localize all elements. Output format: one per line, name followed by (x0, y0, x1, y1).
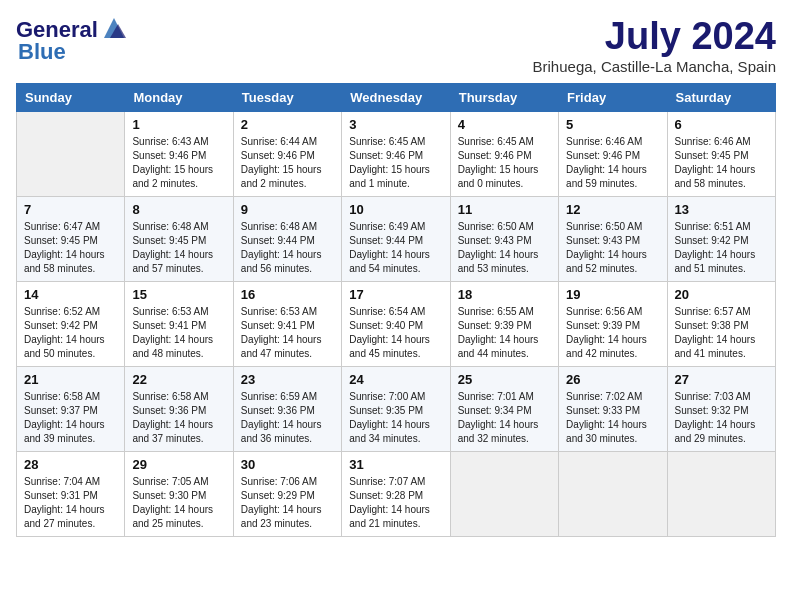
calendar-cell: 8Sunrise: 6:48 AM Sunset: 9:45 PM Daylig… (125, 196, 233, 281)
logo-blue-text: Blue (18, 40, 66, 64)
day-number: 1 (132, 117, 225, 132)
day-info: Sunrise: 7:05 AM Sunset: 9:30 PM Dayligh… (132, 475, 225, 531)
day-info: Sunrise: 7:00 AM Sunset: 9:35 PM Dayligh… (349, 390, 442, 446)
day-info: Sunrise: 6:57 AM Sunset: 9:38 PM Dayligh… (675, 305, 768, 361)
day-info: Sunrise: 6:43 AM Sunset: 9:46 PM Dayligh… (132, 135, 225, 191)
day-number: 13 (675, 202, 768, 217)
day-number: 31 (349, 457, 442, 472)
day-number: 14 (24, 287, 117, 302)
day-number: 26 (566, 372, 659, 387)
day-number: 29 (132, 457, 225, 472)
day-info: Sunrise: 6:45 AM Sunset: 9:46 PM Dayligh… (458, 135, 551, 191)
day-number: 23 (241, 372, 334, 387)
day-number: 19 (566, 287, 659, 302)
col-header-saturday: Saturday (667, 83, 775, 111)
day-info: Sunrise: 6:53 AM Sunset: 9:41 PM Dayligh… (132, 305, 225, 361)
day-info: Sunrise: 7:06 AM Sunset: 9:29 PM Dayligh… (241, 475, 334, 531)
day-number: 11 (458, 202, 551, 217)
day-info: Sunrise: 6:53 AM Sunset: 9:41 PM Dayligh… (241, 305, 334, 361)
day-number: 6 (675, 117, 768, 132)
calendar-cell: 3Sunrise: 6:45 AM Sunset: 9:46 PM Daylig… (342, 111, 450, 196)
title-block: July 2024 Brihuega, Castille-La Mancha, … (533, 16, 776, 75)
day-number: 3 (349, 117, 442, 132)
col-header-monday: Monday (125, 83, 233, 111)
col-header-sunday: Sunday (17, 83, 125, 111)
calendar-cell: 26Sunrise: 7:02 AM Sunset: 9:33 PM Dayli… (559, 366, 667, 451)
calendar-cell: 21Sunrise: 6:58 AM Sunset: 9:37 PM Dayli… (17, 366, 125, 451)
day-number: 7 (24, 202, 117, 217)
month-title: July 2024 (533, 16, 776, 58)
day-info: Sunrise: 7:04 AM Sunset: 9:31 PM Dayligh… (24, 475, 117, 531)
day-info: Sunrise: 6:50 AM Sunset: 9:43 PM Dayligh… (566, 220, 659, 276)
calendar-week-row: 7Sunrise: 6:47 AM Sunset: 9:45 PM Daylig… (17, 196, 776, 281)
calendar-cell: 29Sunrise: 7:05 AM Sunset: 9:30 PM Dayli… (125, 451, 233, 536)
day-number: 22 (132, 372, 225, 387)
day-number: 4 (458, 117, 551, 132)
col-header-thursday: Thursday (450, 83, 558, 111)
calendar-week-row: 14Sunrise: 6:52 AM Sunset: 9:42 PM Dayli… (17, 281, 776, 366)
day-info: Sunrise: 6:49 AM Sunset: 9:44 PM Dayligh… (349, 220, 442, 276)
day-number: 20 (675, 287, 768, 302)
day-number: 12 (566, 202, 659, 217)
calendar-week-row: 21Sunrise: 6:58 AM Sunset: 9:37 PM Dayli… (17, 366, 776, 451)
calendar-cell: 13Sunrise: 6:51 AM Sunset: 9:42 PM Dayli… (667, 196, 775, 281)
calendar-cell: 10Sunrise: 6:49 AM Sunset: 9:44 PM Dayli… (342, 196, 450, 281)
calendar-cell: 4Sunrise: 6:45 AM Sunset: 9:46 PM Daylig… (450, 111, 558, 196)
day-number: 17 (349, 287, 442, 302)
day-number: 30 (241, 457, 334, 472)
calendar-cell: 12Sunrise: 6:50 AM Sunset: 9:43 PM Dayli… (559, 196, 667, 281)
day-number: 25 (458, 372, 551, 387)
calendar-cell: 22Sunrise: 6:58 AM Sunset: 9:36 PM Dayli… (125, 366, 233, 451)
calendar-cell: 9Sunrise: 6:48 AM Sunset: 9:44 PM Daylig… (233, 196, 341, 281)
day-number: 5 (566, 117, 659, 132)
day-number: 28 (24, 457, 117, 472)
calendar-cell: 2Sunrise: 6:44 AM Sunset: 9:46 PM Daylig… (233, 111, 341, 196)
calendar-cell: 11Sunrise: 6:50 AM Sunset: 9:43 PM Dayli… (450, 196, 558, 281)
calendar-cell: 28Sunrise: 7:04 AM Sunset: 9:31 PM Dayli… (17, 451, 125, 536)
col-header-friday: Friday (559, 83, 667, 111)
logo-icon (100, 14, 128, 42)
day-number: 27 (675, 372, 768, 387)
calendar-cell: 24Sunrise: 7:00 AM Sunset: 9:35 PM Dayli… (342, 366, 450, 451)
calendar-cell (559, 451, 667, 536)
calendar-cell: 20Sunrise: 6:57 AM Sunset: 9:38 PM Dayli… (667, 281, 775, 366)
calendar-week-row: 1Sunrise: 6:43 AM Sunset: 9:46 PM Daylig… (17, 111, 776, 196)
day-info: Sunrise: 6:58 AM Sunset: 9:36 PM Dayligh… (132, 390, 225, 446)
day-info: Sunrise: 6:56 AM Sunset: 9:39 PM Dayligh… (566, 305, 659, 361)
day-info: Sunrise: 6:45 AM Sunset: 9:46 PM Dayligh… (349, 135, 442, 191)
calendar-cell: 30Sunrise: 7:06 AM Sunset: 9:29 PM Dayli… (233, 451, 341, 536)
calendar-cell: 18Sunrise: 6:55 AM Sunset: 9:39 PM Dayli… (450, 281, 558, 366)
calendar-cell: 7Sunrise: 6:47 AM Sunset: 9:45 PM Daylig… (17, 196, 125, 281)
day-number: 8 (132, 202, 225, 217)
day-info: Sunrise: 7:07 AM Sunset: 9:28 PM Dayligh… (349, 475, 442, 531)
day-info: Sunrise: 6:50 AM Sunset: 9:43 PM Dayligh… (458, 220, 551, 276)
calendar-cell (17, 111, 125, 196)
calendar-cell: 14Sunrise: 6:52 AM Sunset: 9:42 PM Dayli… (17, 281, 125, 366)
calendar-cell (667, 451, 775, 536)
calendar-cell: 1Sunrise: 6:43 AM Sunset: 9:46 PM Daylig… (125, 111, 233, 196)
calendar-cell: 19Sunrise: 6:56 AM Sunset: 9:39 PM Dayli… (559, 281, 667, 366)
col-header-wednesday: Wednesday (342, 83, 450, 111)
calendar-cell: 23Sunrise: 6:59 AM Sunset: 9:36 PM Dayli… (233, 366, 341, 451)
calendar-cell: 15Sunrise: 6:53 AM Sunset: 9:41 PM Dayli… (125, 281, 233, 366)
day-number: 10 (349, 202, 442, 217)
calendar-cell: 6Sunrise: 6:46 AM Sunset: 9:45 PM Daylig… (667, 111, 775, 196)
day-number: 9 (241, 202, 334, 217)
day-info: Sunrise: 6:55 AM Sunset: 9:39 PM Dayligh… (458, 305, 551, 361)
day-info: Sunrise: 6:51 AM Sunset: 9:42 PM Dayligh… (675, 220, 768, 276)
day-info: Sunrise: 6:47 AM Sunset: 9:45 PM Dayligh… (24, 220, 117, 276)
calendar-header-row: SundayMondayTuesdayWednesdayThursdayFrid… (17, 83, 776, 111)
calendar-cell: 5Sunrise: 6:46 AM Sunset: 9:46 PM Daylig… (559, 111, 667, 196)
location: Brihuega, Castille-La Mancha, Spain (533, 58, 776, 75)
day-number: 15 (132, 287, 225, 302)
calendar-week-row: 28Sunrise: 7:04 AM Sunset: 9:31 PM Dayli… (17, 451, 776, 536)
day-number: 16 (241, 287, 334, 302)
day-info: Sunrise: 6:46 AM Sunset: 9:45 PM Dayligh… (675, 135, 768, 191)
day-number: 2 (241, 117, 334, 132)
day-number: 24 (349, 372, 442, 387)
calendar-cell: 16Sunrise: 6:53 AM Sunset: 9:41 PM Dayli… (233, 281, 341, 366)
day-number: 21 (24, 372, 117, 387)
calendar-cell (450, 451, 558, 536)
day-number: 18 (458, 287, 551, 302)
day-info: Sunrise: 7:03 AM Sunset: 9:32 PM Dayligh… (675, 390, 768, 446)
